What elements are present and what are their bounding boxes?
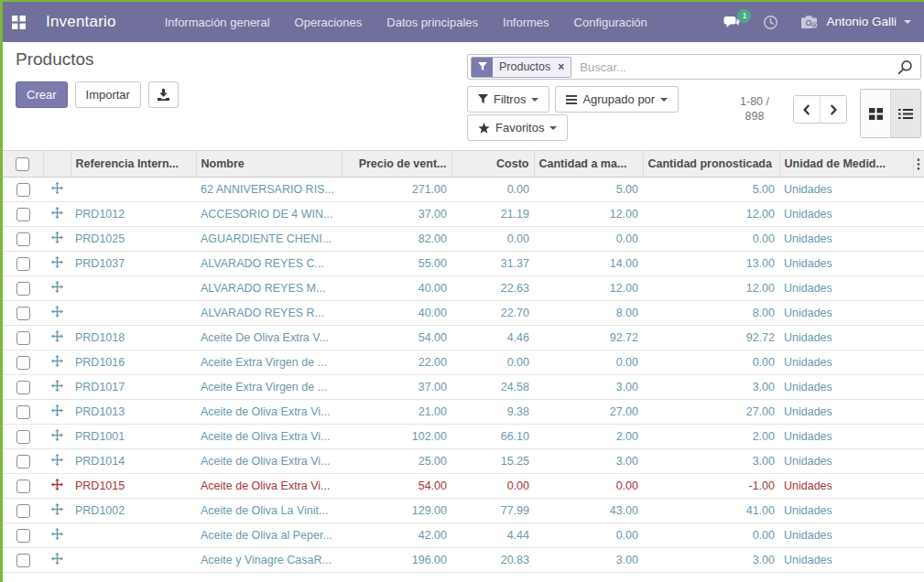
cell-name[interactable]: Aceite de Oliva Extra Vi... xyxy=(196,449,342,474)
table-row[interactable]: PRD1037 ALVARADO REYES C... 55.00 31.37 … xyxy=(3,252,924,276)
cell-name[interactable]: Aceite de Oliva Extra Vi... xyxy=(196,400,342,425)
row-checkbox[interactable] xyxy=(16,381,30,394)
row-checkbox[interactable] xyxy=(16,232,30,246)
nav-menu-item[interactable]: Configuración xyxy=(574,16,647,29)
table-row[interactable]: ALVARADO REYES R... 40.00 22.70 8.00 8.0… xyxy=(3,301,924,326)
drag-handle-icon[interactable] xyxy=(51,281,63,293)
cell-reference[interactable]: PRD1017 xyxy=(71,375,196,400)
cell-reference[interactable]: PRD1025 xyxy=(71,227,196,252)
cell-qty-forecast[interactable]: 2.00 xyxy=(643,425,779,449)
remove-facet-icon[interactable]: × xyxy=(558,61,564,72)
drag-handle-icon[interactable] xyxy=(51,454,63,466)
drag-handle-icon[interactable] xyxy=(51,330,63,342)
cell-cost[interactable]: 0.00 xyxy=(451,227,534,252)
cell-price[interactable]: 40.00 xyxy=(342,276,451,301)
cell-price[interactable]: 102.00 xyxy=(342,425,451,449)
cell-qty-forecast[interactable]: 92.72 xyxy=(643,326,779,350)
drag-handle-icon[interactable] xyxy=(51,182,63,194)
cell-reference[interactable]: PRD1015 xyxy=(71,474,196,499)
cell-cost[interactable]: 21.19 xyxy=(451,202,534,227)
create-button[interactable]: Crear xyxy=(16,81,68,108)
select-all-checkbox[interactable] xyxy=(16,157,29,171)
cell-name[interactable]: ALVARADO REYES M... xyxy=(196,276,342,301)
cell-qty-forecast[interactable]: 8.00 xyxy=(643,301,779,326)
nav-menu-item[interactable]: Operaciones xyxy=(295,16,363,29)
messages-button[interactable]: 1 xyxy=(723,15,741,29)
cell-price[interactable]: 37.00 xyxy=(342,375,451,400)
cell-qty-forecast[interactable]: 27.00 xyxy=(643,400,779,425)
cell-qty-on-hand[interactable]: 0.00 xyxy=(534,474,643,499)
row-checkbox[interactable] xyxy=(16,554,30,567)
cell-qty-on-hand[interactable]: 43.00 xyxy=(534,499,643,523)
drag-handle-icon[interactable] xyxy=(51,503,63,515)
cell-cost[interactable]: 0.00 xyxy=(451,474,534,499)
row-checkbox[interactable] xyxy=(16,208,30,221)
cell-cost[interactable]: 20.83 xyxy=(451,548,534,573)
column-header-qty-forecast[interactable]: Cantidad pronosticada xyxy=(643,151,779,178)
cell-qty-forecast[interactable]: 3.00 xyxy=(643,449,779,474)
cell-reference[interactable] xyxy=(71,178,196,202)
cell-reference[interactable] xyxy=(71,523,196,548)
cell-cost[interactable]: 22.70 xyxy=(451,301,534,326)
table-row[interactable]: PRD1002 Aceite de Oliva La Vinit... 129.… xyxy=(3,499,924,523)
cell-cost[interactable]: 15.25 xyxy=(451,449,534,474)
cell-name[interactable]: AGUARDIENTE CHENI... xyxy=(196,227,342,252)
cell-price[interactable]: 129.00 xyxy=(342,499,451,523)
kanban-view-button[interactable] xyxy=(861,90,890,137)
nav-menu-item[interactable]: Informes xyxy=(503,16,549,29)
cell-reference[interactable] xyxy=(71,548,196,573)
drag-handle-icon[interactable] xyxy=(51,355,63,367)
cell-uom[interactable]: Unidades xyxy=(779,301,913,326)
row-checkbox[interactable] xyxy=(16,183,30,197)
cell-cost[interactable]: 22.63 xyxy=(451,276,534,301)
cell-name[interactable]: Aceite De Oliva Extra V... xyxy=(196,326,342,350)
column-header-cost[interactable]: Costo xyxy=(451,151,534,178)
table-row[interactable]: PRD1025 AGUARDIENTE CHENI... 82.00 0.00 … xyxy=(3,227,924,252)
table-row[interactable]: PRD1014 Aceite de Oliva Extra Vi... 25.0… xyxy=(3,449,924,474)
app-title[interactable]: Inventario xyxy=(46,13,116,31)
cell-qty-on-hand[interactable]: 3.00 xyxy=(534,375,643,400)
pager-next-button[interactable] xyxy=(820,96,846,123)
cell-cost[interactable]: 77.99 xyxy=(451,499,534,523)
user-menu[interactable]: Antonio Galli xyxy=(800,15,911,29)
cell-name[interactable]: Aceite de Oliva Extra Vi... xyxy=(196,425,342,449)
favorites-dropdown[interactable]: Favoritos xyxy=(467,114,568,141)
cell-uom[interactable]: Unidades xyxy=(779,276,913,301)
cell-uom[interactable]: Unidades xyxy=(779,400,913,425)
table-row[interactable]: PRD1018 Aceite De Oliva Extra V... 54.00… xyxy=(3,326,924,350)
column-header-qty-on-hand[interactable]: Cantidad a ma... xyxy=(534,151,643,178)
cell-qty-on-hand[interactable]: 2.00 xyxy=(534,425,643,449)
table-row[interactable]: PRD1016 Aceite Extra Virgen de ... 22.00… xyxy=(3,350,924,375)
column-options-button[interactable] xyxy=(913,151,924,178)
drag-handle-icon[interactable] xyxy=(51,256,63,268)
cell-uom[interactable]: Unidades xyxy=(779,375,913,400)
cell-reference[interactable] xyxy=(71,301,196,326)
cell-reference[interactable] xyxy=(71,276,196,301)
row-checkbox[interactable] xyxy=(16,455,30,469)
cell-price[interactable]: 40.00 xyxy=(342,301,451,326)
row-checkbox[interactable] xyxy=(16,529,30,543)
cell-qty-on-hand[interactable]: 5.00 xyxy=(534,178,643,202)
cell-name[interactable]: Aceite Extra Virgen de ... xyxy=(196,375,342,400)
cell-uom[interactable]: Unidades xyxy=(779,326,913,350)
cell-name[interactable]: Aceite de Oliva al Peper... xyxy=(196,523,342,548)
drag-handle-icon[interactable] xyxy=(51,429,63,441)
cell-qty-on-hand[interactable]: 3.00 xyxy=(534,449,643,474)
cell-name[interactable]: Aceite de Oliva Extra Vi... xyxy=(196,474,342,499)
row-checkbox[interactable] xyxy=(16,430,30,444)
drag-handle-icon[interactable] xyxy=(51,404,63,416)
cell-qty-forecast[interactable]: 3.00 xyxy=(643,375,779,400)
cell-name[interactable]: Aceite y Vinagre CasaR... xyxy=(196,548,342,573)
cell-price[interactable]: 82.00 xyxy=(342,227,451,252)
drag-handle-icon[interactable] xyxy=(51,380,63,392)
cell-reference[interactable]: PRD1013 xyxy=(71,400,196,425)
cell-qty-on-hand[interactable]: 14.00 xyxy=(534,252,643,276)
cell-qty-forecast[interactable]: 0.00 xyxy=(643,227,779,252)
cell-qty-forecast[interactable]: 13.00 xyxy=(643,252,779,276)
cell-reference[interactable]: PRD1012 xyxy=(71,202,196,227)
cell-reference[interactable]: PRD1014 xyxy=(71,449,196,474)
column-header-reference[interactable]: Referencia Intern... xyxy=(71,151,196,178)
cell-reference[interactable]: PRD1037 xyxy=(71,252,196,276)
cell-uom[interactable]: Unidades xyxy=(779,350,913,375)
table-row[interactable]: PRD1015 Aceite de Oliva Extra Vi... 54.0… xyxy=(3,474,924,499)
